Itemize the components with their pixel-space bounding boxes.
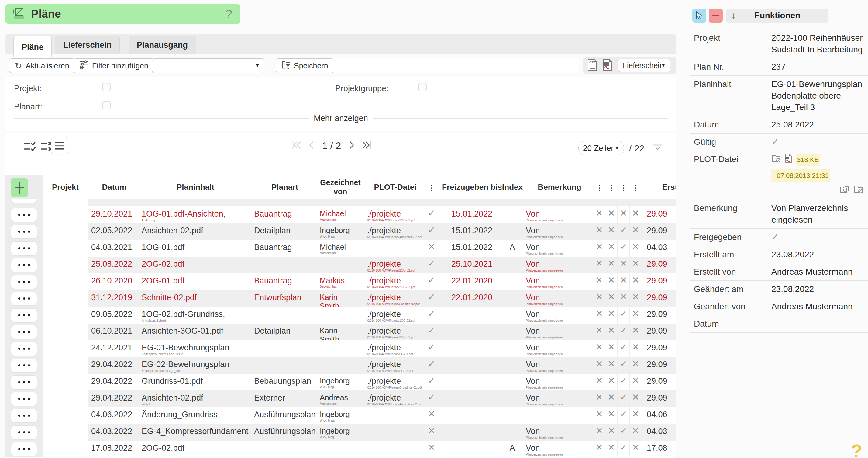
- flag-glyph[interactable]: ✕: [632, 442, 639, 452]
- flag-glyph[interactable]: ✕: [608, 225, 615, 235]
- row-menu-button[interactable]: [11, 241, 37, 255]
- flag-glyph[interactable]: ✓: [620, 225, 627, 235]
- flag-glyph[interactable]: ✕: [632, 325, 639, 335]
- row-menu-button[interactable]: [11, 258, 37, 272]
- add-filter-button[interactable]: Filter hinzufügen: [73, 58, 154, 73]
- corner-help-icon[interactable]: ?: [851, 440, 862, 458]
- flag-glyph[interactable]: ✓: [620, 325, 627, 335]
- flag-glyph[interactable]: ✓: [620, 376, 627, 385]
- flag-glyph[interactable]: ✕: [632, 409, 639, 419]
- row-menu-button[interactable]: [11, 208, 37, 222]
- file-copy-icon[interactable]: [839, 184, 849, 197]
- table-row[interactable]: 04.06.2022Änderung_GrundrissAusführungsp…: [5, 407, 676, 424]
- flag-glyph[interactable]: ✕: [608, 442, 615, 452]
- flag-glyph[interactable]: ✕: [608, 342, 615, 352]
- saved-filter-select[interactable]: ▼: [152, 58, 265, 73]
- flag-glyph[interactable]: ✕: [632, 208, 639, 218]
- cursor-select-button[interactable]: [692, 8, 706, 23]
- save-button[interactable]: Speichern: [276, 58, 334, 73]
- column-header-x3[interactable]: ⋮: [618, 175, 630, 199]
- funktionen-bar[interactable]: ↓ Funktionen: [726, 8, 828, 23]
- file-remove-icon[interactable]: [771, 154, 781, 166]
- flag-glyph[interactable]: ✓: [620, 442, 627, 452]
- tab-planausgang[interactable]: Planausgang: [129, 36, 196, 54]
- flag-glyph[interactable]: ✕: [595, 392, 603, 402]
- pdf-file-icon[interactable]: [784, 153, 793, 166]
- row-menu-button[interactable]: [11, 275, 37, 289]
- flag-glyph[interactable]: ✕: [608, 392, 615, 402]
- row-menu-button[interactable]: [11, 426, 37, 439]
- select-all-icon[interactable]: [23, 141, 37, 153]
- row-menu-button[interactable]: [11, 409, 37, 423]
- flag-glyph[interactable]: ✓: [620, 309, 627, 318]
- flag-glyph[interactable]: ✕: [632, 225, 639, 235]
- flag-glyph[interactable]: ✕: [620, 275, 627, 285]
- flag-glyph[interactable]: ✕: [632, 242, 639, 252]
- column-header-plot[interactable]: PLOT-Datei: [361, 175, 423, 199]
- export-pdf-icon[interactable]: [601, 58, 613, 73]
- table-row[interactable]: 29.04.2022EG-02-BewehrungsplanBodenplatt…: [5, 357, 676, 374]
- table-row[interactable]: 31.12.2019Schnitte-02.pdfEntwurfsplanKar…: [5, 290, 676, 307]
- collapse-icon[interactable]: [652, 144, 662, 153]
- flag-glyph[interactable]: ✕: [620, 258, 627, 268]
- export-csv-icon[interactable]: CSV: [586, 58, 598, 73]
- flag-glyph[interactable]: ✕: [608, 309, 615, 318]
- first-page-icon[interactable]: [291, 140, 302, 152]
- table-row[interactable]: 29.04.2022Ansichten-02.pdfWallplanExtern…: [5, 391, 676, 407]
- column-header-x2[interactable]: ⋮: [606, 175, 618, 199]
- column-header-planart[interactable]: Planart: [249, 175, 315, 199]
- flag-glyph[interactable]: ✕: [608, 426, 615, 435]
- flag-glyph[interactable]: ✕: [632, 292, 639, 302]
- row-menu-button[interactable]: [11, 292, 37, 306]
- tab-lieferschein[interactable]: Lieferschein: [55, 36, 120, 54]
- column-header-x1[interactable]: ⋮: [593, 175, 606, 199]
- add-row-button[interactable]: [11, 178, 28, 197]
- column-header-gezeichnet[interactable]: Gezeichnet von: [315, 175, 361, 199]
- column-header-x4[interactable]: ⋮: [630, 175, 642, 199]
- row-menu-button[interactable]: [11, 225, 37, 239]
- flag-glyph[interactable]: ✕: [632, 275, 639, 285]
- flag-glyph[interactable]: ✕: [608, 242, 615, 252]
- row-menu-button[interactable]: [11, 308, 37, 322]
- page-size-select[interactable]: 20 Zeilen ▼: [578, 141, 624, 155]
- flag-glyph[interactable]: ✕: [595, 275, 603, 285]
- flag-glyph[interactable]: ✕: [608, 376, 615, 385]
- column-header-datum[interactable]: Datum: [88, 175, 137, 199]
- next-page-icon[interactable]: [348, 140, 355, 152]
- flag-glyph[interactable]: ✕: [632, 342, 639, 352]
- flag-glyph[interactable]: ✕: [632, 359, 639, 369]
- table-row[interactable]: 09.05.20221OG-02.pdf-Grundriss,Ansichten…: [5, 307, 676, 323]
- table-row[interactable]: 26.10.20202OG-01.pdfBauantragMarkusBäcki…: [5, 274, 676, 290]
- flag-glyph[interactable]: ✕: [595, 359, 603, 369]
- filter-projekt-checkbox[interactable]: [102, 83, 111, 91]
- flag-glyph[interactable]: ✓: [620, 359, 627, 369]
- flag-glyph[interactable]: ✕: [632, 376, 639, 385]
- table-row[interactable]: 25.08.20222OG-02.pdf./projekte/2016-100-…: [5, 257, 676, 274]
- filter-projektgruppe-checkbox[interactable]: [418, 83, 427, 91]
- row-menu-button[interactable]: [11, 359, 37, 373]
- flag-glyph[interactable]: ✕: [632, 426, 639, 435]
- flag-glyph[interactable]: ✕: [632, 309, 639, 318]
- export-target-select[interactable]: Lieferschein ▼: [618, 59, 671, 72]
- column-header-chk[interactable]: ⋮: [423, 175, 440, 199]
- flag-glyph[interactable]: ✕: [620, 292, 627, 302]
- flag-glyph[interactable]: ✓: [620, 342, 627, 352]
- flag-glyph[interactable]: ✕: [608, 359, 615, 369]
- flag-glyph[interactable]: ✕: [595, 309, 603, 318]
- flag-glyph[interactable]: ✓: [620, 392, 627, 402]
- flag-glyph[interactable]: ✕: [595, 409, 603, 419]
- flag-glyph[interactable]: ✓: [620, 242, 627, 252]
- flag-glyph[interactable]: ✕: [595, 426, 603, 435]
- table-row[interactable]: 02.05.2022Ansichten-02.pdfDetailplanInge…: [5, 223, 676, 240]
- flag-glyph[interactable]: ✕: [608, 208, 615, 218]
- filter-planart-checkbox[interactable]: [102, 101, 111, 110]
- prev-page-icon[interactable]: [308, 140, 315, 152]
- table-row[interactable]: 04.03.2022EG-4_KompressorfundamentAusfüh…: [5, 424, 676, 441]
- file-remove-icon[interactable]: [854, 184, 863, 197]
- table-row[interactable]: 04.03.20211OG-01.pdfBauantragMichaelMust…: [5, 240, 676, 257]
- flag-glyph[interactable]: ✕: [632, 392, 639, 402]
- flag-glyph[interactable]: ✕: [608, 258, 615, 268]
- flag-glyph[interactable]: ✕: [595, 225, 603, 235]
- help-icon[interactable]: ?: [225, 7, 232, 21]
- row-menu-button[interactable]: [11, 442, 37, 456]
